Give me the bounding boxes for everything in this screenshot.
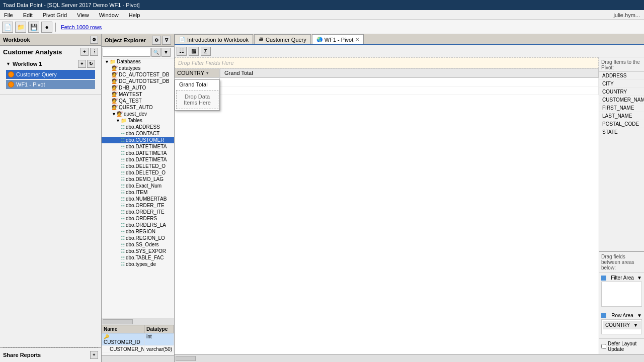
field-country[interactable]: COUNTRY [599,88,644,96]
tree-deleted2[interactable]: ☷ dbo.DELETED_O [102,169,174,176]
row-area-settings[interactable]: ▼ [637,313,642,318]
tree-databases[interactable]: ▼ 📁 Databases [102,58,174,65]
tab-customer-query[interactable]: 🖶 Customer Query [254,34,311,44]
tree-tables[interactable]: ▼ 📁 Tables [102,117,174,124]
field-address[interactable]: ADDRESS [599,72,644,80]
bottom-scroll-thumb[interactable] [176,356,196,361]
tab-wf1-pivot[interactable]: 🌏 WF1 - Pivot ✕ [312,34,364,44]
menu-window[interactable]: Window [97,11,121,19]
tree-exact[interactable]: ☷ dbo.Exact_Num [102,183,174,189]
questdev-arrow[interactable]: ▼ [112,112,116,117]
tree-qatest[interactable]: 💇 QA_TEST [102,98,174,104]
menu-view[interactable]: View [75,11,91,19]
field-city[interactable]: CITY [599,80,644,88]
menu-edit[interactable]: Edit [21,11,35,19]
pivot-country-header[interactable]: COUNTRY ▼ [175,68,220,77]
tree-region[interactable]: ☷ dbo.REGION [102,228,174,235]
row-area-chevron[interactable]: ▼ [633,323,638,328]
oe-settings-btn[interactable]: ⚙ [152,36,161,45]
tree-types-de[interactable]: ☷ dbo.types_de [102,261,174,267]
tree-datetime3[interactable]: ☷ dbo.DATETIMETA [102,156,174,163]
table-regionlo-icon: ☷ [121,236,125,241]
dd-grand-total[interactable]: Grand Total [175,80,219,89]
tree-numbertab[interactable]: ☷ dbo.NUMBERTAB [102,196,174,202]
bottom-scrollbar[interactable] [175,354,644,362]
tree-contact[interactable]: ☷ dbo.CONTACT [102,130,174,137]
fetch-rows-link[interactable]: Fetch 1000 rows [61,24,102,30]
defer-layout-checkbox[interactable] [601,344,606,349]
workflow-expand-arrow[interactable]: ▼ [6,61,11,66]
filter-area-settings[interactable]: ▼ [637,275,642,281]
tree-customer[interactable]: ☷ dbo.CUSTOMER [102,137,174,143]
pivot-chart-icon[interactable]: ▩ [189,47,199,56]
data-row-customer-id[interactable]: 🔑 CUSTOMER_ID int [102,333,174,346]
workbook-settings-icon[interactable]: ⚙ [90,36,98,44]
table-regionlo-label: dbo.REGION_LO [126,235,165,241]
oe-close-btn[interactable]: ∇ [162,36,171,45]
row-area-box[interactable]: COUNTRY ▼ [601,319,642,334]
menu-file[interactable]: File [2,11,15,19]
tree-deleted1[interactable]: ☷ dbo.DELETED_O [102,163,174,169]
row-area-country-item[interactable]: COUNTRY ▼ [603,321,640,329]
tree-datetime2[interactable]: ☷ dbo.DATETIMETA [102,150,174,156]
tree-order-ite2[interactable]: ☷ dbo.ORDER_ITE [102,209,174,215]
tree-table-fac[interactable]: ☷ dbo.TABLE_FAC [102,254,174,261]
tree-dhb[interactable]: 💇 DHB_AUTO [102,84,174,91]
field-last-name[interactable]: LAST_NAME [599,112,644,120]
tree-order-ite1[interactable]: ☷ dbo.ORDER_ITE [102,202,174,209]
record-button[interactable]: ● [41,22,52,33]
country-dropdown-arrow[interactable]: ▼ [205,71,209,75]
oe-search-input[interactable] [103,48,150,57]
workflow-add-icon[interactable]: + [78,60,86,68]
tree-region-lo[interactable]: ☷ dbo.REGION_LO [102,235,174,241]
field-state[interactable]: STATE [599,128,644,136]
pivot-left: Drop Filter Fields Here COUNTRY ▼ Grand [175,57,599,354]
tab-pivot-close[interactable]: ✕ [355,37,359,42]
save-button[interactable]: 💾 [28,22,39,33]
dd-drop-data-here[interactable]: Drop Data Items Here [176,90,218,109]
share-reports-add-icon[interactable]: + [90,351,98,359]
ca-add-icon[interactable]: + [80,48,89,56]
filter-area-box[interactable] [601,282,642,307]
tree-quest-dev[interactable]: ▼ 💇 quest_dev [102,111,174,117]
oe-menu-btn[interactable]: ▼ [162,48,171,57]
tree-datetime1[interactable]: ☷ dbo.DATETIMETA [102,143,174,150]
menu-help[interactable]: Help [127,11,142,19]
tree-dc2[interactable]: 💇 DC_AUTOOTEST_DB [102,78,174,84]
oe-hscroll-thumb[interactable] [103,319,133,324]
tree-sys-expor[interactable]: ☷ dbo.SYS_EXPOR [102,248,174,254]
workflow-refresh-icon[interactable]: ↻ [87,60,95,68]
oe-bottom-scroll[interactable] [102,355,174,362]
col-header-type: Datatype [144,325,174,333]
menu-pivot-grid[interactable]: Pivot Grid [41,11,69,19]
field-first-name[interactable]: FIRST_NAME [599,104,644,112]
field-postal-code[interactable]: POSTAL_CODE [599,120,644,128]
tree-address[interactable]: ☷ dbo.ADDRESS [102,124,174,130]
drop-filter-zone[interactable]: Drop Filter Fields Here [175,57,599,68]
oe-hscroll[interactable] [102,318,174,325]
tree-ss-oders[interactable]: ☷ dbo.SS_Oders [102,241,174,248]
new-button[interactable]: 📄 [2,22,13,33]
field-customer-name[interactable]: CUSTOMER_NAME [599,96,644,104]
tree-dc1[interactable]: 💇 DC_AUTOOTEST_DB [102,71,174,78]
table-demo-icon: ☷ [121,177,125,182]
databases-arrow[interactable]: ▼ [105,59,109,64]
ca-settings-icon[interactable]: ⋮ [90,48,98,56]
tree-item[interactable]: ☷ dbo.ITEM [102,189,174,196]
data-row-customer-name[interactable]: CUSTOMER_NAME varchar(50) [102,346,174,353]
tree-maytest[interactable]: 💇 MAYTEST [102,91,174,98]
nav-wf1-pivot[interactable]: WF1 - Pivot [6,80,95,89]
tree-demo[interactable]: ☷ dbo.DEMO_LAG [102,176,174,183]
pivot-grid-icon[interactable]: ☷ [177,47,187,56]
oe-search-btn[interactable]: 🔍 [151,48,160,57]
open-button[interactable]: 📁 [15,22,26,33]
tables-arrow[interactable]: ▼ [116,118,120,123]
nav-customer-query[interactable]: Customer Query [6,70,95,79]
tree-orders[interactable]: ☷ dbo.ORDERS [102,215,174,222]
tab-intro[interactable]: 📄 Introduction to Workbook [175,34,253,44]
tree-datatypes[interactable]: 💇 datatypes [102,65,174,71]
tree-quest-auto[interactable]: 💇 QUEST_AUTO [102,104,174,111]
oe-search-bar: 🔍 ▼ [102,47,174,58]
pivot-sigma-icon[interactable]: Σ [201,47,211,56]
tree-orders-la[interactable]: ☷ dbo.ORDERS_LA [102,222,174,228]
